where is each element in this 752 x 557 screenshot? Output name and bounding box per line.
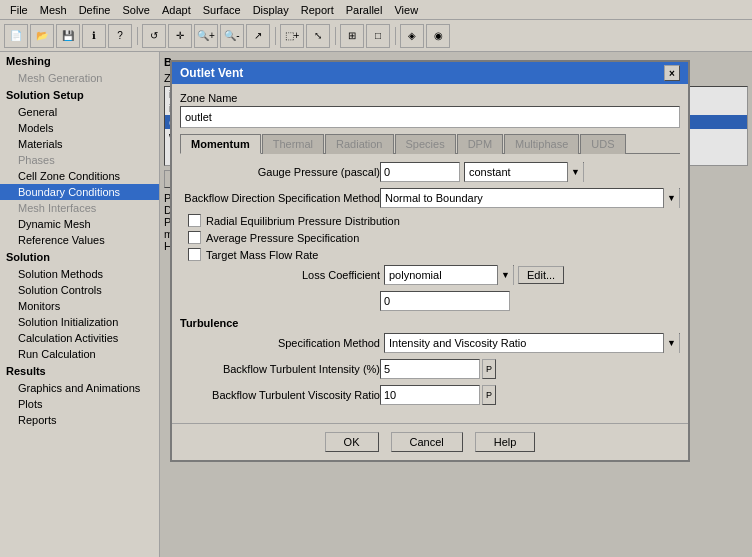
sidebar-item-materials[interactable]: Materials — [0, 136, 159, 152]
menu-adapt[interactable]: Adapt — [156, 3, 197, 17]
toolbar-zoom-box[interactable]: ⬚+ — [280, 24, 304, 48]
menu-surface[interactable]: Surface — [197, 3, 247, 17]
sidebar-item-mesh-interfaces[interactable]: Mesh Interfaces — [0, 200, 159, 216]
backflow-intensity-p-button[interactable]: P — [482, 359, 496, 379]
checkbox-target-mass-box[interactable] — [188, 248, 201, 261]
menu-solve[interactable]: Solve — [116, 3, 156, 17]
sidebar-item-solution-initialization[interactable]: Solution Initialization — [0, 314, 159, 330]
toolbar-cursor[interactable]: ↗ — [246, 24, 270, 48]
toolbar-zoomin[interactable]: 🔍+ — [194, 24, 218, 48]
backflow-dir-label: Backflow Direction Specification Method — [180, 192, 380, 204]
loss-coeff-dropdown-icon[interactable]: ▼ — [497, 265, 513, 285]
turbulence-title: Turbulence — [180, 317, 680, 329]
backflow-dir-select[interactable]: Normal to Boundary ▼ — [380, 188, 680, 208]
sidebar-item-calculation-activities[interactable]: Calculation Activities — [0, 330, 159, 346]
menu-display[interactable]: Display — [247, 3, 295, 17]
spec-method-label: Specification Method — [180, 337, 380, 349]
gauge-pressure-method-select[interactable]: constant ▼ — [464, 162, 584, 182]
tab-multiphase[interactable]: Multiphase — [504, 134, 579, 154]
tab-thermal[interactable]: Thermal — [262, 134, 324, 154]
menu-view[interactable]: View — [388, 3, 424, 17]
menubar: File Mesh Define Solve Adapt Surface Dis… — [0, 0, 752, 20]
tab-radiation[interactable]: Radiation — [325, 134, 393, 154]
toolbar-sep4 — [392, 24, 398, 48]
sidebar-item-plots[interactable]: Plots — [0, 396, 159, 412]
sidebar-item-boundary-conditions[interactable]: Boundary Conditions — [0, 184, 159, 200]
content-area: Boun Zone inlet int_do outlet wall_p Ed … — [160, 52, 752, 557]
sidebar-item-phases[interactable]: Phases — [0, 152, 159, 168]
loss-coeff-edit-button[interactable]: Edit... — [518, 266, 564, 284]
toolbar-move[interactable]: ✛ — [168, 24, 192, 48]
menu-define[interactable]: Define — [73, 3, 117, 17]
tab-uds[interactable]: UDS — [580, 134, 625, 154]
menu-parallel[interactable]: Parallel — [340, 3, 389, 17]
backflow-viscosity-p-button[interactable]: P — [482, 385, 496, 405]
loss-coeff-method-text: polynomial — [385, 266, 497, 284]
spec-method-dropdown-icon[interactable]: ▼ — [663, 333, 679, 353]
menu-file[interactable]: File — [4, 3, 34, 17]
modal-footer: OK Cancel Help — [172, 423, 688, 460]
backflow-viscosity-input[interactable] — [380, 385, 480, 405]
toolbar-rect[interactable]: □ — [366, 24, 390, 48]
gauge-pressure-row: Gauge Pressure (pascal) constant ▼ — [180, 162, 680, 182]
toolbar-sep1 — [134, 24, 140, 48]
toolbar-new[interactable]: 📄 — [4, 24, 28, 48]
loss-coeff-method-select[interactable]: polynomial ▼ — [384, 265, 514, 285]
help-button[interactable]: Help — [475, 432, 536, 452]
toolbar-sep3 — [332, 24, 338, 48]
tab-species[interactable]: Species — [395, 134, 456, 154]
sidebar-item-general[interactable]: General — [0, 104, 159, 120]
sidebar-section-solution-setup: Solution Setup — [0, 86, 159, 104]
toolbar: 📄 📂 💾 ℹ ? ↺ ✛ 🔍+ 🔍- ↗ ⬚+ ⤡ ⊞ □ ◈ ◉ — [0, 20, 752, 52]
checkbox-target-mass-label: Target Mass Flow Rate — [206, 249, 318, 261]
sidebar-item-reference-values[interactable]: Reference Values — [0, 232, 159, 248]
sidebar-item-graphics-animations[interactable]: Graphics and Animations — [0, 380, 159, 396]
toolbar-refresh[interactable]: ↺ — [142, 24, 166, 48]
toolbar-info[interactable]: ℹ — [82, 24, 106, 48]
menu-report[interactable]: Report — [295, 3, 340, 17]
ok-button[interactable]: OK — [325, 432, 379, 452]
cancel-button[interactable]: Cancel — [391, 432, 463, 452]
toolbar-help[interactable]: ? — [108, 24, 132, 48]
tabs-row: Momentum Thermal Radiation Species DPM M… — [180, 134, 680, 154]
sidebar-item-solution-controls[interactable]: Solution Controls — [0, 282, 159, 298]
toolbar-fit[interactable]: ⤡ — [306, 24, 330, 48]
gauge-pressure-input[interactable] — [380, 162, 460, 182]
loss-coeff-value-row — [180, 291, 680, 311]
menu-mesh[interactable]: Mesh — [34, 3, 73, 17]
toolbar-open[interactable]: 📂 — [30, 24, 54, 48]
toolbar-save[interactable]: 💾 — [56, 24, 80, 48]
toolbar-3d1[interactable]: ◈ — [400, 24, 424, 48]
sidebar-item-mesh-generation[interactable]: Mesh Generation — [0, 70, 159, 86]
backflow-dir-dropdown-icon[interactable]: ▼ — [663, 188, 679, 208]
sidebar-item-reports[interactable]: Reports — [0, 412, 159, 428]
toolbar-zoomout[interactable]: 🔍- — [220, 24, 244, 48]
backflow-intensity-label: Backflow Turbulent Intensity (%) — [180, 363, 380, 375]
zone-name-input[interactable] — [180, 106, 680, 128]
checkbox-average-box[interactable] — [188, 231, 201, 244]
sidebar-section-meshing: Meshing — [0, 52, 159, 70]
toolbar-3d2[interactable]: ◉ — [426, 24, 450, 48]
toolbar-grid[interactable]: ⊞ — [340, 24, 364, 48]
checkbox-radial-box[interactable] — [188, 214, 201, 227]
checkbox-radial-label: Radial Equilibrium Pressure Distribution — [206, 215, 400, 227]
sidebar-item-models[interactable]: Models — [0, 120, 159, 136]
tab-momentum[interactable]: Momentum — [180, 134, 261, 154]
sidebar-item-dynamic-mesh[interactable]: Dynamic Mesh — [0, 216, 159, 232]
sidebar-item-cell-zone-conditions[interactable]: Cell Zone Conditions — [0, 168, 159, 184]
sidebar-item-solution-methods[interactable]: Solution Methods — [0, 266, 159, 282]
spec-method-select[interactable]: Intensity and Viscosity Ratio ▼ — [384, 333, 680, 353]
modal-titlebar: Outlet Vent × — [172, 62, 688, 84]
sidebar-item-monitors[interactable]: Monitors — [0, 298, 159, 314]
sidebar: Meshing Mesh Generation Solution Setup G… — [0, 52, 160, 557]
gauge-pressure-dropdown-icon[interactable]: ▼ — [567, 162, 583, 182]
tab-dpm[interactable]: DPM — [457, 134, 503, 154]
gauge-pressure-label: Gauge Pressure (pascal) — [180, 166, 380, 178]
loss-coeff-value-input[interactable] — [380, 291, 510, 311]
backflow-intensity-input[interactable] — [380, 359, 480, 379]
sidebar-item-run-calculation[interactable]: Run Calculation — [0, 346, 159, 362]
modal-close-button[interactable]: × — [664, 65, 680, 81]
modal-title: Outlet Vent — [180, 66, 243, 80]
modal-body: Zone Name Momentum Thermal Radiation Spe… — [172, 84, 688, 419]
sidebar-section-results: Results — [0, 362, 159, 380]
